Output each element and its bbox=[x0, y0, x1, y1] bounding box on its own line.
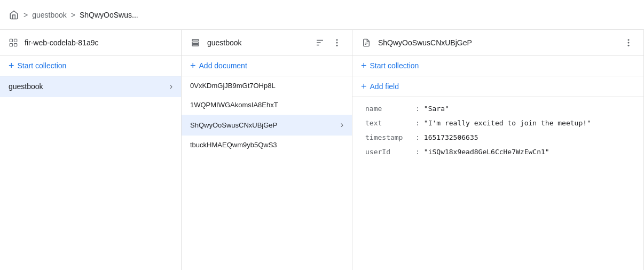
svg-rect-6 bbox=[192, 44, 199, 46]
more-vert-icon[interactable] bbox=[331, 36, 343, 49]
svg-rect-2 bbox=[14, 43, 17, 46]
main-content: fir-web-codelab-81a9c + Start collection… bbox=[0, 30, 644, 270]
col3-more-vert-icon[interactable] bbox=[622, 36, 635, 49]
filter-icon[interactable] bbox=[313, 36, 326, 49]
field-timestamp: timestamp : 1651732506635 bbox=[352, 130, 643, 145]
field-colon-1: : bbox=[415, 105, 420, 113]
field-key-text: text bbox=[365, 119, 413, 127]
doc-id-2: 1WQPMIWGAkomsIA8EhxT bbox=[190, 101, 343, 109]
svg-point-16 bbox=[628, 42, 630, 43]
field-key-timestamp: timestamp bbox=[365, 133, 413, 141]
col3-start-collection-label: Start collection bbox=[370, 61, 419, 70]
plus-icon: + bbox=[9, 61, 14, 70]
collection-icon bbox=[190, 37, 201, 48]
doc-id-1: 0VxKDmGjJB9mGt7OHp8L bbox=[190, 82, 343, 90]
field-colon-3: : bbox=[415, 133, 420, 141]
add-field-button[interactable]: + Add field bbox=[352, 76, 643, 97]
col3-title: ShQwyOoSwusCNxUBjGeP bbox=[378, 38, 618, 47]
breadcrumb-sep-2: > bbox=[71, 11, 75, 19]
svg-rect-4 bbox=[192, 39, 199, 41]
field-text: text : "I'm really excited to join the m… bbox=[352, 116, 643, 130]
col2-header-icons bbox=[313, 36, 343, 49]
collection-label: guestbook bbox=[9, 82, 170, 91]
breadcrumb-guestbook[interactable]: guestbook bbox=[32, 11, 67, 19]
col3-body: + Start collection + Add field name : "S… bbox=[352, 55, 643, 270]
topbar: > guestbook > ShQwyOoSwus... bbox=[0, 0, 644, 30]
add-document-button[interactable]: + Add document bbox=[182, 55, 352, 76]
project-icon bbox=[9, 38, 18, 47]
svg-point-12 bbox=[336, 44, 338, 46]
field-value-userid: "iSQw18x9ead8GeL6CcHe7WzEwCn1" bbox=[424, 148, 549, 156]
fields-area: name : "Sara" text : "I'm really excited… bbox=[352, 97, 643, 163]
svg-rect-1 bbox=[14, 39, 17, 42]
doc-item-4[interactable]: tbuckHMAEQwm9yb5QwS3 bbox=[182, 136, 352, 155]
col3-header: ShQwyOoSwusCNxUBjGeP bbox=[352, 30, 643, 55]
doc-id-4: tbuckHMAEQwm9yb5QwS3 bbox=[190, 141, 343, 149]
collection-item-guestbook[interactable]: guestbook › bbox=[0, 76, 181, 97]
col1-project-name: fir-web-codelab-81a9c bbox=[25, 38, 172, 47]
col1-header: fir-web-codelab-81a9c bbox=[0, 30, 181, 55]
svg-point-10 bbox=[336, 39, 338, 41]
field-userid: userId : "iSQw18x9ead8GeL6CcHe7WzEwCn1" bbox=[352, 145, 643, 159]
field-name: name : "Sara" bbox=[352, 101, 643, 116]
add-document-label: Add document bbox=[199, 61, 247, 70]
chevron-right-icon: › bbox=[170, 82, 172, 91]
svg-rect-5 bbox=[192, 42, 199, 43]
svg-rect-0 bbox=[10, 39, 12, 42]
fields-panel: ShQwyOoSwusCNxUBjGeP + Start collection bbox=[352, 30, 644, 270]
add-field-label: Add field bbox=[370, 82, 399, 91]
field-value-name: "Sara" bbox=[424, 105, 449, 113]
start-collection-label: Start collection bbox=[18, 61, 67, 70]
col2-title: guestbook bbox=[207, 38, 309, 47]
svg-point-15 bbox=[628, 39, 630, 41]
collections-panel: fir-web-codelab-81a9c + Start collection… bbox=[0, 30, 182, 270]
col3-plus-icon: + bbox=[361, 61, 367, 70]
field-value-text: "I'm really excited to join the meetup!" bbox=[424, 119, 591, 127]
start-collection-button[interactable]: + Start collection bbox=[0, 55, 181, 76]
field-colon-4: : bbox=[415, 148, 420, 156]
add-field-plus-icon: + bbox=[361, 82, 367, 91]
doc-item-1[interactable]: 0VxKDmGjJB9mGt7OHp8L bbox=[182, 76, 352, 96]
svg-rect-3 bbox=[10, 43, 12, 46]
documents-panel: guestbook bbox=[182, 30, 352, 270]
doc-chevron-icon: › bbox=[341, 120, 343, 130]
col2-body: + Add document 0VxKDmGjJB9mGt7OHp8L 1WQP… bbox=[182, 55, 352, 270]
svg-point-17 bbox=[628, 44, 630, 46]
breadcrumb-current: ShQwyOoSwus... bbox=[80, 11, 138, 19]
col2-header: guestbook bbox=[182, 30, 352, 55]
home-icon[interactable] bbox=[9, 10, 19, 20]
field-value-timestamp: 1651732506635 bbox=[424, 133, 478, 141]
field-colon-2: : bbox=[415, 119, 420, 127]
field-key-name: name bbox=[365, 105, 413, 113]
col1-body: + Start collection guestbook › bbox=[0, 55, 181, 270]
breadcrumb-sep-1: > bbox=[23, 11, 28, 19]
doc-id-3: ShQwyOoSwusCNxUBjGeP bbox=[190, 121, 341, 129]
doc-item-2[interactable]: 1WQPMIWGAkomsIA8EhxT bbox=[182, 96, 352, 115]
doc-icon bbox=[361, 37, 372, 48]
col3-start-collection-button[interactable]: + Start collection bbox=[352, 55, 643, 76]
col3-header-icons bbox=[622, 36, 635, 49]
svg-point-11 bbox=[336, 42, 338, 43]
field-key-userid: userId bbox=[365, 148, 413, 156]
doc-item-3[interactable]: ShQwyOoSwusCNxUBjGeP › bbox=[182, 115, 352, 136]
plus-icon-2: + bbox=[190, 61, 196, 70]
